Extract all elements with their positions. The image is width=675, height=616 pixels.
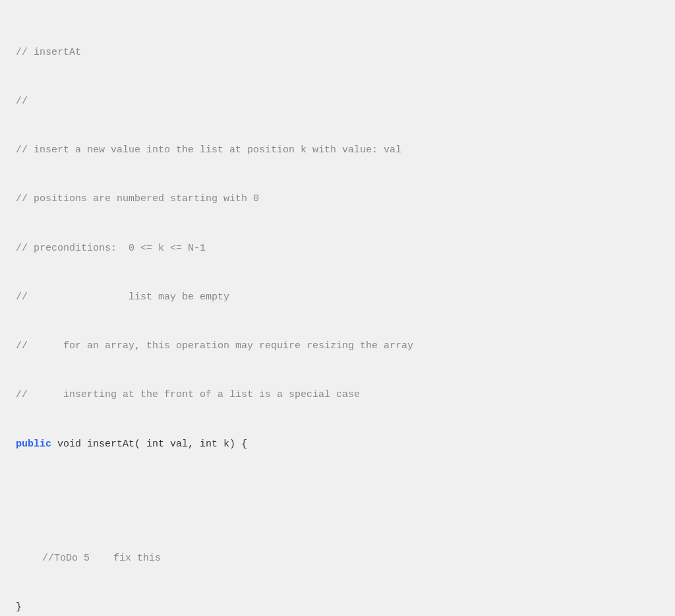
comment-line: // preconditions: 0 <= k <= N-1 bbox=[16, 241, 659, 257]
comment-line: // list may be empty bbox=[16, 290, 659, 306]
keyword-public: public bbox=[16, 439, 51, 450]
todo-comment: //ToDo 5 fix this bbox=[42, 553, 161, 564]
comment-line: // insert a new value into the list at p… bbox=[16, 142, 659, 159]
code-text: void insertAt( int val, int k) { bbox=[51, 439, 247, 450]
todo-line: //ToDo 5 fix this bbox=[16, 551, 659, 567]
code-line bbox=[16, 485, 659, 518]
code-line: public void insertAt( int val, int k) { bbox=[16, 437, 659, 453]
comment-line: // positions are numbered starting with … bbox=[16, 191, 659, 208]
comment-line: // insertAt bbox=[16, 45, 659, 61]
comment-line: // inserting at the front of a list is a… bbox=[16, 387, 659, 404]
code-editor: // insertAt // // insert a new value int… bbox=[16, 12, 659, 616]
comment-line: // for an array, this operation may requ… bbox=[16, 338, 659, 355]
comment-line: // bbox=[16, 94, 659, 110]
code-line: } bbox=[16, 600, 659, 616]
close-brace: } bbox=[16, 601, 22, 613]
